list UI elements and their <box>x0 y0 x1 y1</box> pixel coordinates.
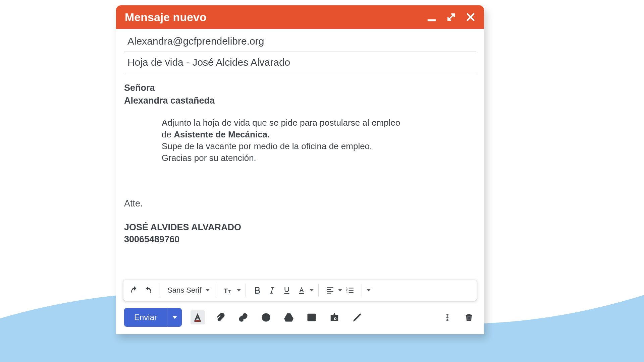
align-icon[interactable] <box>323 283 337 298</box>
svg-point-12 <box>310 316 311 317</box>
minimize-icon[interactable] <box>427 12 436 22</box>
svg-point-14 <box>447 314 448 315</box>
trash-icon[interactable] <box>462 310 476 324</box>
svg-text:3: 3 <box>346 291 347 294</box>
chevron-down-icon[interactable] <box>367 288 371 292</box>
text-color-icon[interactable] <box>295 283 308 298</box>
svg-text:T: T <box>224 287 228 294</box>
svg-rect-0 <box>428 19 435 21</box>
undo-icon[interactable] <box>127 283 141 298</box>
toolbar-separator <box>246 284 246 297</box>
image-icon[interactable] <box>305 310 319 324</box>
font-family-label: Sans Serif <box>167 286 202 295</box>
font-family-select[interactable]: Sans Serif <box>165 286 212 295</box>
compose-header: Mensaje nuevo <box>116 5 484 29</box>
pen-icon[interactable] <box>350 310 364 324</box>
send-button-group: Enviar <box>124 308 182 327</box>
svg-text:T: T <box>228 289 231 294</box>
chevron-down-icon[interactable] <box>310 288 314 292</box>
para-text-2: Supe de la vacante por medio de la ofici… <box>162 141 372 151</box>
text-format-icon[interactable] <box>191 310 205 324</box>
window-controls-group <box>427 12 475 22</box>
svg-rect-3 <box>299 293 304 294</box>
body-paragraph: Adjunto la hoja de vida que se pide para… <box>124 107 402 164</box>
svg-point-15 <box>447 316 448 318</box>
compose-fields: Alexandra@gcfprendelibre.org Hoja de vid… <box>116 29 484 73</box>
toolbar-separator <box>318 284 319 297</box>
signature-phone: 30065489760 <box>124 233 476 245</box>
action-bar: Enviar <box>116 301 484 334</box>
svg-point-8 <box>262 313 270 321</box>
italic-icon[interactable] <box>265 283 279 298</box>
compose-body[interactable]: Señora Alexandra castañeda Adjunto la ho… <box>116 73 484 250</box>
bold-icon[interactable] <box>251 283 264 298</box>
svg-point-10 <box>267 316 268 317</box>
drive-icon[interactable] <box>282 310 296 324</box>
svg-rect-7 <box>195 320 201 321</box>
underline-icon[interactable] <box>280 283 293 298</box>
formatting-toolbar: Sans Serif TT 123 <box>123 280 477 301</box>
chevron-down-icon[interactable] <box>237 288 241 292</box>
para-bold: Asistente de Mecánica. <box>174 129 270 139</box>
expand-icon[interactable] <box>446 12 456 22</box>
send-button[interactable]: Enviar <box>124 308 167 327</box>
toolbar-separator <box>362 284 362 297</box>
compose-window: Mensaje nuevo Alexandra@gcfprendelibre.o… <box>116 5 484 334</box>
compose-action-icons <box>191 310 364 324</box>
svg-point-16 <box>447 319 448 321</box>
greeting-title: Señora <box>124 82 476 94</box>
font-size-icon[interactable]: TT <box>222 283 235 298</box>
greeting-name: Alexandra castañeda <box>124 95 476 107</box>
toolbar-separator <box>217 284 217 297</box>
numbered-list-icon[interactable]: 123 <box>343 283 357 298</box>
right-action-icons <box>440 310 476 324</box>
more-options-icon[interactable] <box>440 310 454 324</box>
compose-title: Mensaje nuevo <box>125 11 207 24</box>
chevron-down-icon <box>206 288 210 292</box>
subject-field[interactable]: Hoja de vida - José Alcides Alvarado <box>124 52 476 73</box>
emoji-icon[interactable] <box>259 310 273 324</box>
signature-name: JOSÉ ALVIDES ALVARADO <box>124 221 476 233</box>
para-text-3: Gracias por su atención. <box>162 153 256 163</box>
toolbar-separator <box>160 284 160 297</box>
close-icon[interactable] <box>466 12 475 22</box>
to-field[interactable]: Alexandra@gcfprendelibre.org <box>124 31 476 52</box>
schedule-icon[interactable] <box>327 310 341 324</box>
closing: Atte. <box>124 197 476 209</box>
link-icon[interactable] <box>236 310 250 324</box>
svg-point-9 <box>264 316 265 317</box>
attachment-icon[interactable] <box>213 310 227 324</box>
send-more-button[interactable] <box>167 308 182 327</box>
chevron-down-icon[interactable] <box>338 288 342 292</box>
redo-icon[interactable] <box>142 283 155 298</box>
